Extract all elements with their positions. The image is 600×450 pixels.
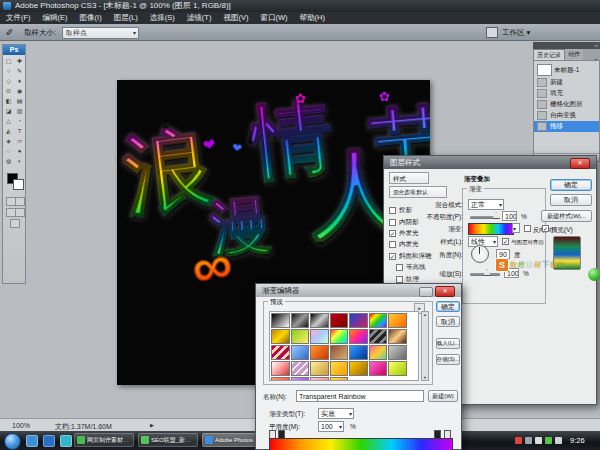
gradient-preset-swatch[interactable] <box>349 345 368 360</box>
ok-button[interactable]: 确定 <box>550 179 592 191</box>
explorer-icon[interactable] <box>43 435 55 447</box>
history-state[interactable]: 栅格化图层 <box>534 99 599 110</box>
edit-in-imageready-button[interactable] <box>10 219 20 228</box>
menu-window[interactable]: 窗口(W) <box>254 12 293 24</box>
workspace-button[interactable]: 工作区 ▾ <box>502 28 530 38</box>
gradient-preset-swatch[interactable] <box>310 377 329 381</box>
gradient-preset-swatch[interactable] <box>349 361 368 376</box>
gradient-preset-swatch[interactable] <box>330 361 349 376</box>
taskbar-task[interactable]: SEO联盟_新一代资讯... <box>138 433 198 447</box>
gradient-preset-swatch[interactable] <box>330 313 349 328</box>
history-state[interactable]: 填充 <box>534 88 599 99</box>
layer-style-dialog-titlebar[interactable]: 图层样式 ✕ <box>384 156 596 169</box>
gradient-preset-swatch[interactable] <box>388 345 407 360</box>
tab-history[interactable]: 历史记录 <box>533 49 565 60</box>
quick-selection-tool[interactable]: ✎ <box>14 66 25 76</box>
checkbox[interactable] <box>396 264 403 271</box>
history-state[interactable]: 自由变换 <box>534 110 599 121</box>
checkbox[interactable]: ✓ <box>389 253 396 260</box>
menu-select[interactable]: 选择(S) <box>144 12 181 24</box>
scroll-down-icon[interactable]: ▼ <box>422 375 428 380</box>
checkbox[interactable] <box>396 276 403 283</box>
ok-button[interactable]: 确定 <box>436 301 460 312</box>
gradient-preset-swatch[interactable] <box>330 329 349 344</box>
gradient-preset-swatch[interactable] <box>271 377 290 381</box>
notes-tool[interactable]: ◌ <box>3 146 14 156</box>
blend-mode-dropdown[interactable]: 正常▾ <box>468 199 504 210</box>
taskbar-task[interactable]: Adobe Photoshop... <box>202 433 262 447</box>
save-button[interactable]: 存储(S)... <box>436 354 460 365</box>
hand-tool[interactable]: ● <box>14 146 25 156</box>
gradient-preset-swatch[interactable] <box>369 361 388 376</box>
checkbox[interactable]: ✓ <box>389 230 396 237</box>
gradient-preset-swatch[interactable] <box>369 329 388 344</box>
sample-size-dropdown[interactable]: 取样点 ▾ <box>62 27 139 39</box>
gradient-preset-swatch[interactable] <box>310 345 329 360</box>
history-state[interactable]: 拖移 <box>534 121 599 132</box>
styles-box[interactable]: 样式 <box>389 172 429 184</box>
dodge-tool[interactable]: ◔ <box>14 116 25 126</box>
menu-layer[interactable]: 图层(L) <box>108 12 144 24</box>
history-state[interactable]: 新建 <box>534 77 599 88</box>
smoothness-value[interactable]: 100▾ <box>318 421 344 432</box>
gradient-preset-swatch[interactable] <box>369 345 388 360</box>
zoom-level[interactable]: 100% <box>12 422 30 429</box>
gradient-edit-bar[interactable] <box>269 438 453 450</box>
gradient-tool[interactable]: ▥ <box>14 106 25 116</box>
gradient-preset-swatch[interactable] <box>349 313 368 328</box>
type-tool[interactable]: T <box>14 126 25 136</box>
menu-view[interactable]: 视图(V) <box>217 12 254 24</box>
load-button[interactable]: 载入(L)... <box>436 338 460 349</box>
security-tray-icon[interactable] <box>515 437 522 444</box>
history-brush-tool[interactable]: ▤ <box>14 96 25 106</box>
gradient-preset-swatch[interactable] <box>271 345 290 360</box>
tab-actions[interactable]: 动作 <box>565 49 583 60</box>
gradient-preset-swatch[interactable] <box>291 377 310 381</box>
zoom-tool[interactable]: ◍ <box>3 156 14 166</box>
eyedropper-tool[interactable]: ♦ <box>14 76 25 86</box>
taskbar-clock[interactable]: 9:26 <box>570 436 585 445</box>
im-tray-icon[interactable] <box>545 437 552 444</box>
close-icon[interactable]: ✕ <box>570 158 590 169</box>
gradient-preset-swatch[interactable] <box>330 345 349 360</box>
pen-tool[interactable]: ◭ <box>3 126 14 136</box>
minimize-icon[interactable] <box>419 287 433 297</box>
gradient-preview-bar[interactable] <box>468 223 514 235</box>
new-gradient-button[interactable]: 新建(W) <box>428 390 458 402</box>
path-selection-tool[interactable]: ◈ <box>3 136 14 146</box>
menu-filter[interactable]: 滤镜(T) <box>181 12 218 24</box>
rectangular-marquee-tool[interactable]: ▢ <box>3 56 14 66</box>
cancel-button[interactable]: 取消 <box>436 316 460 327</box>
gradient-editor-titlebar[interactable]: 渐变编辑器 ✕ <box>256 284 461 297</box>
gradient-preset-swatch[interactable] <box>369 313 388 328</box>
checkbox[interactable] <box>389 241 396 248</box>
menu-help[interactable]: 帮助(H) <box>294 12 331 24</box>
angle-dial[interactable] <box>471 245 489 263</box>
gradient-preset-swatch[interactable] <box>330 377 349 381</box>
crop-tool[interactable]: ◇ <box>3 76 14 86</box>
gradient-preset-swatch[interactable] <box>310 313 329 328</box>
dock-collapse-bar[interactable]: ‹‹ <box>533 42 600 49</box>
background-color-swatch[interactable] <box>13 179 24 190</box>
gradient-preset-swatch[interactable] <box>271 329 290 344</box>
gradient-preset-swatch[interactable] <box>388 361 407 376</box>
presets-scrollbar[interactable]: ▲ ▼ <box>421 311 429 381</box>
media-player-icon[interactable] <box>60 435 72 447</box>
new-style-button[interactable]: 新建样式(W)... <box>541 210 592 222</box>
align-with-layer-checkbox[interactable]: ✓ <box>502 238 509 245</box>
gradient-preset-swatch[interactable] <box>291 345 310 360</box>
taskbar-task[interactable]: 网页制作素材基地... <box>74 433 134 447</box>
full-screen-button[interactable] <box>15 208 25 217</box>
network-tray-icon[interactable] <box>525 437 532 444</box>
checkbox[interactable] <box>389 207 396 214</box>
menu-image[interactable]: 图像(I) <box>74 12 108 24</box>
volume-tray-icon[interactable] <box>535 437 542 444</box>
start-button[interactable] <box>4 433 21 450</box>
gradient-preset-swatch[interactable] <box>291 361 310 376</box>
gradient-picker-arrow[interactable]: ▾ <box>512 223 520 233</box>
scroll-up-icon[interactable]: ▲ <box>422 312 428 317</box>
gradient-type-dropdown[interactable]: 实底▾ <box>318 408 354 419</box>
gradient-preset-swatch[interactable] <box>271 361 290 376</box>
gradient-preset-swatch[interactable] <box>291 329 310 344</box>
gradient-preset-swatch[interactable] <box>310 361 329 376</box>
